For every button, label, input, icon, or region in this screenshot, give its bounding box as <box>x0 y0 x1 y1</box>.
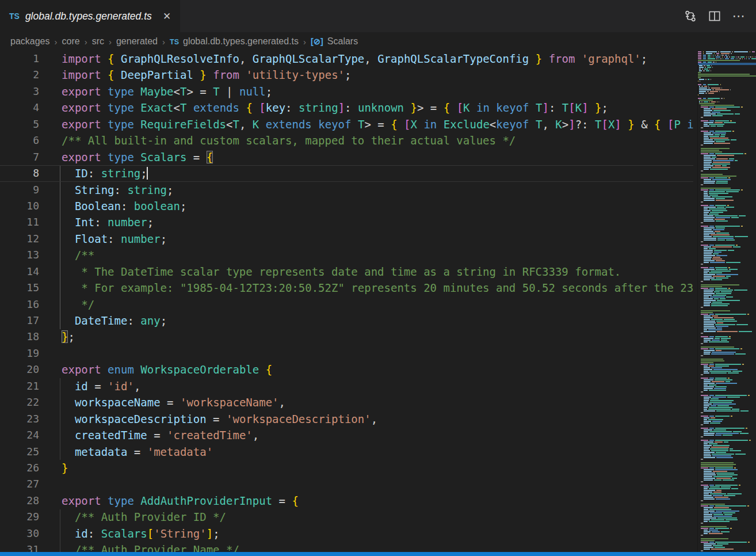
line-number[interactable]: 25 <box>0 444 39 460</box>
editor-pane[interactable]: 1import { GraphQLResolveInfo, GraphQLSca… <box>0 51 756 552</box>
line-number[interactable]: 13 <box>0 247 39 263</box>
code-line[interactable]: 1import { GraphQLResolveInfo, GraphQLSca… <box>0 51 693 67</box>
code-line[interactable]: 2import { DeepPartial } from 'utility-ty… <box>0 67 693 83</box>
code-text: DateTime: any; <box>39 313 167 329</box>
vscode-window: TS global.db.types.generated.ts ✕ <box>0 0 756 556</box>
code-line[interactable]: 26} <box>0 460 693 476</box>
close-tab-icon[interactable]: ✕ <box>161 10 173 22</box>
line-number[interactable]: 23 <box>0 411 39 427</box>
tab-global-db-types[interactable]: TS global.db.types.generated.ts ✕ <box>0 0 180 32</box>
line-number[interactable]: 8 <box>0 165 39 181</box>
breadcrumb-item-scalars[interactable]: [⊘]Scalars <box>311 36 358 47</box>
line-number[interactable]: 31 <box>0 542 39 552</box>
line-number[interactable]: 27 <box>0 476 39 492</box>
code-line[interactable]: 21 id = 'id', <box>0 378 693 394</box>
code-line[interactable]: 22 workspaceName = 'workspaceName', <box>0 394 693 410</box>
code-line[interactable]: 12 Float: number; <box>0 231 693 247</box>
code-text: /** All built-in and custom scalars, map… <box>39 132 516 148</box>
code-text: id: Scalars['String']; <box>39 525 220 542</box>
breadcrumb-item-src[interactable]: src <box>92 36 104 47</box>
breadcrumb-label: generated <box>116 36 158 46</box>
code-line[interactable]: 7export type Scalars = { <box>0 149 693 165</box>
code-line[interactable]: 11 Int: number; <box>0 214 693 230</box>
breadcrumb-item-packages[interactable]: packages <box>10 36 50 47</box>
code-text: export type Exact<T extends { [key: stri… <box>39 100 608 116</box>
code-text: ID: string; <box>39 165 147 181</box>
code-line[interactable]: 14 * The DateTime scalar type represents… <box>0 264 693 280</box>
line-number[interactable]: 16 <box>0 296 39 313</box>
breadcrumb-item-generated[interactable]: generated <box>116 36 158 47</box>
line-number[interactable]: 18 <box>0 329 39 345</box>
line-number[interactable]: 4 <box>0 100 39 116</box>
breadcrumb-item-core[interactable]: core <box>62 36 80 47</box>
tab-bar: TS global.db.types.generated.ts ✕ <box>0 0 756 32</box>
code-text: String: string; <box>39 182 174 198</box>
code-line[interactable]: 27 <box>0 476 693 492</box>
line-number[interactable]: 14 <box>0 264 39 280</box>
breadcrumb-separator: › <box>85 37 87 47</box>
line-number[interactable]: 20 <box>0 361 39 378</box>
code-text: export type AddAuthProviderInput = { <box>39 493 299 509</box>
typescript-file-icon: TS <box>170 38 179 46</box>
split-editor-icon[interactable] <box>705 7 724 25</box>
line-number[interactable]: 11 <box>0 214 39 230</box>
code-line[interactable]: 16 */ <box>0 296 693 313</box>
open-changes-icon[interactable] <box>681 7 700 25</box>
line-number[interactable]: 19 <box>0 345 39 361</box>
code-line[interactable]: 4export type Exact<T extends { [key: str… <box>0 100 693 116</box>
line-number[interactable]: 17 <box>0 313 39 329</box>
line-number[interactable]: 2 <box>0 67 39 83</box>
line-number[interactable]: 15 <box>0 280 39 296</box>
line-number[interactable]: 1 <box>0 51 39 67</box>
code-line[interactable]: 3export type Maybe<T> = T | null; <box>0 83 693 100</box>
code-line[interactable]: 10 Boolean: boolean; <box>0 198 693 214</box>
code-line[interactable]: 29 /** Auth Provider ID */ <box>0 509 693 525</box>
code-line[interactable]: 8 ID: string; <box>0 165 693 181</box>
code-line[interactable]: 6/** All built-in and custom scalars, ma… <box>0 132 693 148</box>
line-number[interactable]: 30 <box>0 525 39 542</box>
code-line[interactable]: 5export type RequireFields<T, K extends … <box>0 116 693 132</box>
line-number[interactable]: 21 <box>0 378 39 394</box>
breadcrumb-separator: › <box>303 37 306 47</box>
code-line[interactable]: 9 String: string; <box>0 182 693 198</box>
code-text: } <box>39 460 68 476</box>
code-text: import { DeepPartial } from 'utility-typ… <box>39 67 351 83</box>
more-actions-icon[interactable]: ⋯ <box>730 7 748 25</box>
line-number[interactable]: 9 <box>0 182 39 198</box>
code-line[interactable]: 13 /** <box>0 247 693 263</box>
code-line[interactable]: 25 metadata = 'metadata' <box>0 444 693 460</box>
code-text: /** Auth Provider Name */ <box>39 542 239 552</box>
code-line[interactable]: 24 createdTime = 'createdTime', <box>0 427 693 443</box>
text-cursor <box>147 167 148 180</box>
code-line[interactable]: 28export type AddAuthProviderInput = { <box>0 493 693 509</box>
code-line[interactable]: 17 DateTime: any; <box>0 313 693 329</box>
code-text: * The DateTime scalar type represents da… <box>39 264 621 280</box>
code-line[interactable]: 20export enum WorkspaceOrderable { <box>0 361 693 378</box>
line-number[interactable]: 5 <box>0 116 39 132</box>
line-number[interactable]: 28 <box>0 493 39 509</box>
breadcrumb-label: core <box>62 36 80 46</box>
code-line[interactable]: 19 <box>0 345 693 361</box>
code-text: export enum WorkspaceOrderable { <box>39 361 272 378</box>
line-number[interactable]: 24 <box>0 427 39 443</box>
code-line[interactable]: 23 workspaceDescription = 'workspaceDesc… <box>0 411 693 427</box>
line-number[interactable]: 3 <box>0 83 39 100</box>
code-text: id = 'id', <box>39 378 140 394</box>
line-number[interactable]: 7 <box>0 149 39 165</box>
line-number[interactable]: 26 <box>0 460 39 476</box>
minimap[interactable] <box>697 51 756 552</box>
code-line[interactable]: 30 id: Scalars['String']; <box>0 525 693 542</box>
code-line[interactable]: 31 /** Auth Provider Name */ <box>0 542 693 552</box>
code-text: createdTime = 'createdTime', <box>39 427 259 443</box>
line-number[interactable]: 12 <box>0 231 39 247</box>
breadcrumb-item-global-db-types-generated-ts[interactable]: TSglobal.db.types.generated.ts <box>170 36 299 47</box>
code-area[interactable]: 1import { GraphQLResolveInfo, GraphQLSca… <box>0 51 693 552</box>
code-line[interactable]: 15 * For example: "1985-04-12T23:20:50.5… <box>0 280 693 296</box>
line-number[interactable]: 10 <box>0 198 39 214</box>
line-number[interactable]: 6 <box>0 132 39 148</box>
line-number[interactable]: 29 <box>0 509 39 525</box>
line-number[interactable]: 22 <box>0 394 39 410</box>
code-text: import { GraphQLResolveInfo, GraphQLScal… <box>39 51 647 67</box>
code-text <box>39 476 62 492</box>
code-line[interactable]: 18}; <box>0 329 693 345</box>
